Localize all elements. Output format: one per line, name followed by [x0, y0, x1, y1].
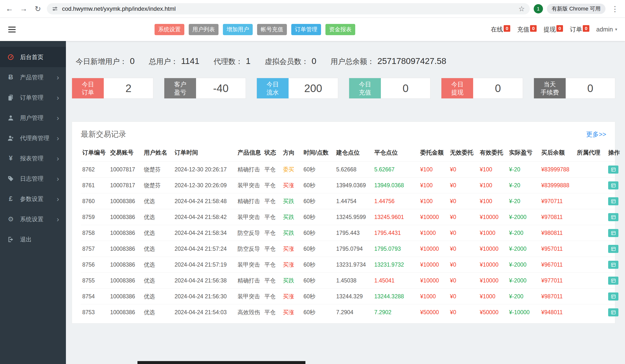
- cell-action: [607, 304, 621, 320]
- cell-time: 2024-04-24 21:57:19: [173, 257, 236, 273]
- profile-avatar[interactable]: 1: [534, 4, 543, 13]
- stat-card-today-fees: 当天手续费0: [534, 78, 615, 99]
- cell-invalid: ¥0: [448, 193, 478, 209]
- cell-name: 饶楚芬: [142, 178, 173, 193]
- status-withdraw[interactable]: 提现0: [543, 25, 563, 33]
- summary-stat-label: 代理数：: [214, 57, 243, 67]
- quick-action-order-management[interactable]: 订单管理: [291, 24, 321, 35]
- sidebar-item-agents[interactable]: 代理商管理›: [0, 128, 66, 148]
- agents-icon: [7, 135, 15, 142]
- cell-agent: [575, 178, 607, 193]
- cell-valid: ¥100: [478, 178, 508, 193]
- row-detail-button[interactable]: [608, 197, 618, 205]
- cell-account: 10007817: [109, 178, 142, 193]
- sidebar-item-label: 参数设置: [20, 195, 43, 203]
- row-detail-button[interactable]: [608, 182, 618, 189]
- summary-stat-label: 虚拟会员数：: [265, 57, 309, 67]
- summary-stat-value: 257178097427.58: [377, 56, 446, 66]
- row-detail-button[interactable]: [608, 261, 618, 269]
- sidebar-item-logs[interactable]: 日志管理›: [0, 168, 66, 189]
- cell-direction: 买涨: [281, 178, 302, 193]
- quick-action-user-list[interactable]: 用户列表: [189, 24, 219, 35]
- cell-balance: ¥83999788: [540, 162, 575, 178]
- sidebar-item-products[interactable]: Ƀ产品管理›: [0, 67, 66, 87]
- status-online[interactable]: 在线0: [491, 25, 510, 33]
- sidebar-toggle-icon[interactable]: [8, 24, 16, 35]
- table-row: 875410008386优选2024-04-24 21:56:30装甲突击平仓买…: [81, 289, 621, 304]
- bookmark-star-icon[interactable]: ☆: [519, 5, 525, 13]
- cell-name: 优选: [142, 289, 173, 304]
- quick-action-funds-report[interactable]: 资金报表: [325, 24, 355, 35]
- sidebar-item-logout[interactable]: 退出: [0, 229, 66, 249]
- panel-head: 最新交易记录 更多>>: [81, 129, 606, 139]
- cell-valid: ¥1000: [478, 289, 508, 304]
- cell-profit: ¥-2000: [508, 209, 540, 225]
- row-detail-button[interactable]: [608, 213, 618, 221]
- sidebar-item-home[interactable]: 后台首页: [0, 47, 66, 67]
- quick-action-add-user[interactable]: 增加用户: [223, 24, 253, 35]
- row-detail-button[interactable]: [608, 245, 618, 253]
- table-row: 875510008386优选2024-04-24 21:56:38精确打击平仓买…: [81, 273, 621, 289]
- chrome-update-button[interactable]: 有新版 Chrome 可用: [547, 4, 605, 14]
- cell-invalid: ¥0: [448, 162, 478, 178]
- cell-open: 13949.0369: [335, 178, 373, 193]
- table-row: 876110007817饶楚芬2024-12-30 20:26:09装甲突击平仓…: [81, 178, 621, 193]
- chevron-right-icon: ›: [57, 175, 59, 182]
- cell-agent: [575, 257, 607, 273]
- stat-card-value: 0: [473, 78, 523, 98]
- user-menu[interactable]: admin▾: [596, 26, 617, 33]
- chevron-down-icon: ▾: [615, 27, 617, 32]
- status-orders[interactable]: 订单0: [570, 25, 589, 33]
- row-detail-button[interactable]: [608, 293, 618, 301]
- cell-product: 精确打击: [236, 193, 263, 209]
- cell-amount: ¥10000: [419, 257, 448, 273]
- sidebar-item-reports[interactable]: ¥报表管理›: [0, 148, 66, 168]
- column-header-balance: 买后余额: [540, 143, 575, 162]
- back-icon[interactable]: ←: [4, 4, 15, 13]
- cell-balance: ¥967011: [540, 257, 575, 273]
- row-detail-button[interactable]: [608, 229, 618, 237]
- quick-action-system-settings[interactable]: 系统设置: [155, 24, 184, 35]
- cell-action: [607, 241, 621, 257]
- sidebar-item-orders[interactable]: 订单管理›: [0, 87, 66, 108]
- cell-profit: ¥-200: [508, 225, 540, 241]
- cell-action: [607, 225, 621, 241]
- quick-action-account-recharge[interactable]: 帐号充值: [257, 24, 287, 35]
- cell-balance: ¥970811: [540, 209, 575, 225]
- cell-valid: ¥50000: [478, 304, 508, 320]
- browser-menu-icon[interactable]: ⋮: [611, 5, 619, 13]
- url-bar[interactable]: cod.hwymw.net/yxymk.php/index/index.html…: [47, 3, 530, 14]
- cell-close: 1795.4431: [373, 225, 419, 241]
- row-detail-button[interactable]: [608, 308, 618, 316]
- status-label: 订单: [570, 25, 582, 33]
- cell-account: 10008386: [109, 289, 142, 304]
- sidebar-item-params[interactable]: £参数设置›: [0, 189, 66, 209]
- cell-invalid: ¥0: [448, 209, 478, 225]
- cell-open: 1.45038: [335, 273, 373, 289]
- cell-time: 2024-04-24 21:56:30: [173, 289, 236, 304]
- status-recharge[interactable]: 充值0: [517, 25, 537, 33]
- cell-account: 10008386: [109, 193, 142, 209]
- status-count-badge: 0: [556, 25, 563, 32]
- sidebar-item-label: 系统设置: [20, 215, 43, 223]
- cell-invalid: ¥0: [448, 304, 478, 320]
- table-row: 875710008386优选2024-04-24 21:57:24防空反导平仓买…: [81, 241, 621, 257]
- cell-profit: ¥-200: [508, 289, 540, 304]
- sidebar-item-system[interactable]: ⚙系统设置›: [0, 209, 66, 229]
- forward-icon[interactable]: →: [19, 4, 29, 13]
- column-header-agent: 所属代理: [575, 143, 607, 162]
- cell-open: 5.62668: [335, 162, 373, 178]
- users-icon: [7, 115, 15, 121]
- row-detail-button[interactable]: [608, 166, 618, 174]
- browser-toolbar: ← → ↻ cod.hwymw.net/yxymk.php/index/inde…: [0, 0, 625, 18]
- sidebar-item-users[interactable]: 用户管理›: [0, 108, 66, 128]
- cell-direction: 买涨: [281, 304, 302, 320]
- reload-icon[interactable]: ↻: [33, 4, 43, 13]
- column-header-name: 用户姓名: [142, 143, 173, 162]
- row-detail-button[interactable]: [608, 277, 618, 285]
- body-row: 后台首页Ƀ产品管理›订单管理›用户管理›代理商管理›¥报表管理›日志管理›£参数…: [0, 41, 625, 364]
- site-settings-icon[interactable]: [52, 6, 58, 12]
- app-header: 系统设置用户列表增加用户帐号充值订单管理资金报表 在线0充值0提现0订单0adm…: [0, 18, 625, 41]
- table-row: 875910008386优选2024-04-24 21:58:42装甲突击平仓买…: [81, 209, 621, 225]
- more-link[interactable]: 更多>>: [586, 130, 606, 139]
